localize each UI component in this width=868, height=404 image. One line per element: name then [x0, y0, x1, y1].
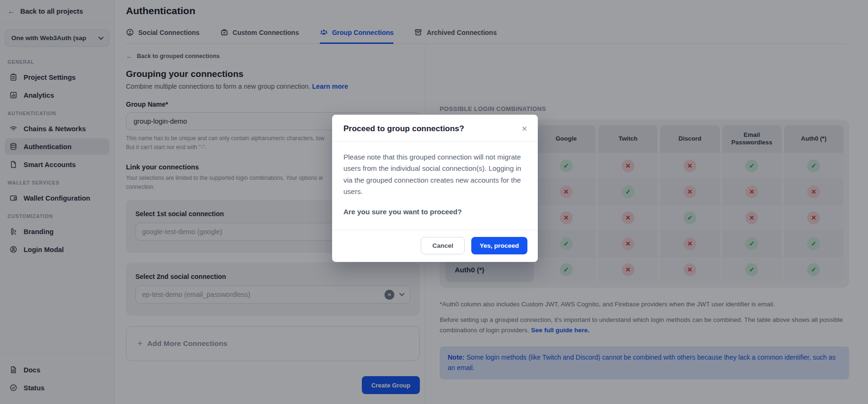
close-icon[interactable]: ✕: [520, 124, 528, 133]
dialog-title: Proceed to group connections?: [343, 124, 464, 134]
dialog-body: Please note that this grouped connection…: [332, 142, 538, 230]
yes-proceed-button[interactable]: Yes, proceed: [471, 237, 527, 254]
proceed-dialog: Proceed to group connections? ✕ Please n…: [332, 115, 538, 262]
dialog-header: Proceed to group connections? ✕: [332, 115, 538, 141]
dialog-question: Are you sure you want to proceed?: [343, 206, 526, 218]
cancel-button[interactable]: Cancel: [421, 237, 464, 254]
dialog-body-text: Please note that this grouped connection…: [343, 152, 526, 197]
dialog-footer: Cancel Yes, proceed: [332, 230, 538, 262]
